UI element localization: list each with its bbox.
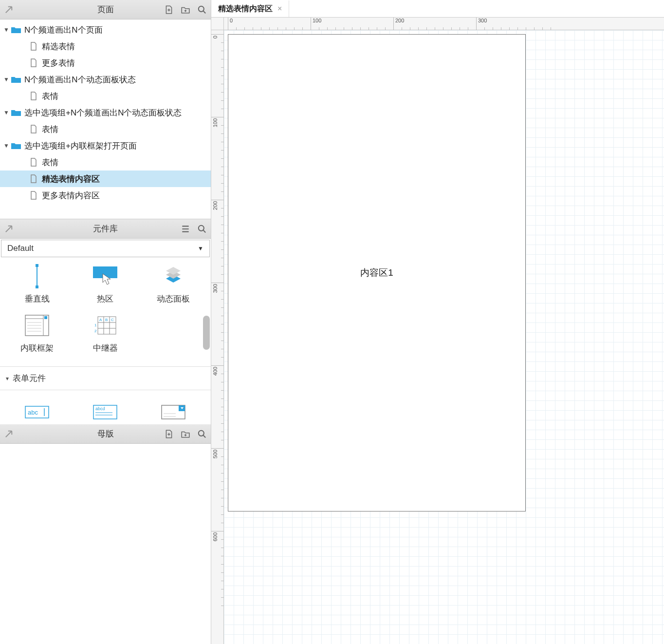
search-icon[interactable] — [197, 429, 207, 439]
tree-page[interactable]: 精选表情 — [0, 38, 211, 55]
chevron-down-icon[interactable]: ▼ — [2, 76, 11, 83]
widget-thumb: ABC12 — [91, 313, 120, 338]
library-widgets: 垂直线热区动态面板内联框架ABC12 中继器 — [0, 257, 211, 366]
document-tabbar: 精选表情内容区 × — [211, 0, 664, 18]
page-icon — [28, 42, 39, 51]
svg-text:B: B — [105, 318, 108, 322]
page-icon — [28, 174, 39, 183]
library-group-header[interactable]: ▾ 表单元件 — [0, 366, 211, 390]
folder-icon — [11, 75, 21, 84]
tree-folder[interactable]: ▼N个频道画出N个动态面板状态 — [0, 71, 211, 88]
tree-folder-label: N个频道画出N个动态面板状态 — [24, 74, 136, 85]
tree-page-label: 表情 — [42, 157, 58, 168]
folder-icon — [11, 108, 21, 117]
ruler-horizontal[interactable]: 0100200300 — [224, 18, 664, 30]
tree-folder-label: N个频道画出N个页面 — [24, 24, 103, 36]
tree-page-label: 更多表情内容区 — [42, 190, 100, 201]
library-selector-value: Default — [7, 244, 34, 253]
ruler-tick: 200 — [211, 200, 224, 200]
menu-icon[interactable] — [181, 224, 190, 234]
dropdown-arrow-icon: ▼ — [198, 245, 203, 252]
ruler-tick: 0 — [211, 34, 224, 35]
library-group-label: 表单元件 — [13, 373, 46, 384]
widget-label: 动态面板 — [157, 293, 190, 304]
widget-vertical-line[interactable]: 垂直线 — [3, 264, 71, 304]
search-icon[interactable] — [197, 224, 207, 234]
library-body-wrap: 垂直线热区动态面板内联框架ABC12 中继器 ▾ 表单元件 abc abcd — [0, 257, 211, 424]
svg-text:1: 1 — [94, 323, 97, 327]
widget-text-area[interactable]: abcd — [71, 400, 139, 424]
ruler-tick: 600 — [211, 531, 224, 531]
ruler-tick: 400 — [211, 365, 224, 366]
widget-dynamic-panel[interactable]: 动态面板 — [139, 264, 207, 304]
expand-panel-icon[interactable] — [4, 5, 14, 15]
tree-page[interactable]: 更多表情内容区 — [0, 187, 211, 204]
tab-active[interactable]: 精选表情内容区 × — [211, 0, 289, 17]
widget-thumb — [159, 264, 188, 288]
library-form-widgets: abc abcd — [0, 390, 211, 424]
tree-page-label: 更多表情 — [42, 57, 75, 69]
chevron-down-icon[interactable]: ▼ — [2, 109, 11, 116]
tree-page[interactable]: 精选表情内容区 — [0, 170, 211, 187]
widget-label: 垂直线 — [25, 293, 50, 304]
artboard-placeholder-text: 内容区1 — [360, 266, 393, 279]
widget-repeater[interactable]: ABC12 中继器 — [71, 313, 139, 354]
widget-label: 中继器 — [93, 342, 118, 354]
tree-folder[interactable]: ▼选中选项组+内联框架打开页面 — [0, 137, 211, 154]
chevron-down-icon: ▾ — [6, 375, 9, 382]
folder-icon — [11, 141, 21, 150]
page-icon — [28, 158, 39, 167]
library-panel-header: 元件库 — [0, 219, 211, 239]
svg-text:abcd: abcd — [95, 406, 105, 411]
svg-rect-4 — [36, 285, 38, 288]
ruler-corner — [211, 18, 224, 30]
masters-body — [0, 444, 211, 644]
expand-panel-icon[interactable] — [4, 429, 14, 439]
page-icon — [28, 92, 39, 100]
tree-folder-label: 选中选项组+N个频道画出N个动态面板状态 — [24, 107, 182, 118]
tree-page-label: 精选表情内容区 — [42, 173, 100, 185]
tree-folder[interactable]: ▼选中选项组+N个频道画出N个动态面板状态 — [0, 104, 211, 121]
widget-thumb — [22, 264, 52, 288]
tree-page[interactable]: 表情 — [0, 121, 211, 137]
expand-panel-icon[interactable] — [4, 224, 14, 234]
scrollbar-thumb[interactable] — [203, 316, 210, 350]
tree-page[interactable]: 表情 — [0, 154, 211, 170]
tree-page-label: 表情 — [42, 91, 58, 102]
chevron-down-icon[interactable]: ▼ — [2, 142, 11, 149]
ruler-tick: 500 — [211, 448, 224, 449]
close-icon[interactable]: × — [277, 4, 282, 13]
svg-rect-2 — [36, 264, 38, 267]
tree-page[interactable]: 更多表情 — [0, 55, 211, 71]
widget-thumb — [91, 264, 120, 288]
widget-text-field[interactable]: abc — [3, 400, 71, 424]
widget-label: 内联框架 — [20, 342, 54, 354]
ruler-tick: 300 — [211, 283, 224, 283]
widget-label: 热区 — [97, 293, 113, 304]
widget-hot-spot[interactable]: 热区 — [71, 264, 139, 304]
tree-page[interactable]: 表情 — [0, 88, 211, 104]
chevron-down-icon[interactable]: ▼ — [2, 26, 11, 33]
artboard[interactable]: 内容区1 — [228, 34, 526, 511]
library-panel-title: 元件库 — [93, 223, 118, 234]
masters-panel-header: 母版 — [0, 424, 211, 444]
pages-panel-header: 页面 — [0, 0, 211, 19]
ruler-tick: 100 — [211, 117, 224, 117]
widget-inline-frame[interactable]: 内联框架 — [3, 313, 71, 354]
svg-rect-9 — [44, 316, 47, 319]
svg-point-1 — [199, 225, 204, 230]
canvas-viewport[interactable]: 内容区1 — [224, 30, 664, 644]
add-folder-icon[interactable] — [181, 429, 190, 439]
widget-droplist[interactable] — [139, 400, 207, 424]
folder-icon — [11, 25, 21, 34]
left-sidebar: 页面 ▼N个频道画出N个页面精选表情更多表情▼N个频道画出N个动态面板状态表情▼… — [0, 0, 211, 644]
ruler-vertical[interactable]: 0100200300400500600 — [211, 30, 224, 644]
library-selector[interactable]: Default ▼ — [1, 240, 210, 257]
search-icon[interactable] — [197, 5, 207, 15]
tree-folder[interactable]: ▼N个频道画出N个页面 — [0, 21, 211, 38]
add-page-icon[interactable] — [164, 5, 174, 15]
add-master-icon[interactable] — [164, 429, 174, 439]
svg-text:A: A — [99, 318, 102, 322]
add-folder-icon[interactable] — [181, 5, 190, 15]
pages-tree[interactable]: ▼N个频道画出N个页面精选表情更多表情▼N个频道画出N个动态面板状态表情▼选中选… — [0, 19, 211, 219]
